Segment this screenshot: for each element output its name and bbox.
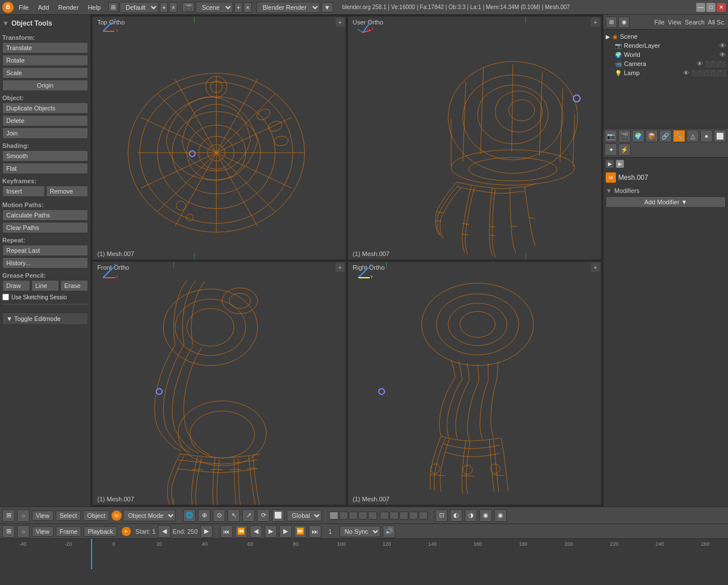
menu-help[interactable]: Help [84, 3, 105, 12]
outliner-allsc-text[interactable]: All Sc. [708, 19, 726, 26]
vp-layers-8[interactable] [399, 512, 408, 520]
prop-scene-btn[interactable]: 🎬 [618, 130, 631, 142]
tl-view-btn[interactable]: View [32, 526, 53, 537]
vp-render-render[interactable]: ◉ [494, 509, 507, 522]
prop-texture-btn[interactable]: ⬜ [714, 130, 726, 142]
vp-corner-front[interactable]: + [336, 263, 345, 272]
add-modifier-btn[interactable]: Add Modifier ▼ [606, 196, 726, 208]
tree-item-camera[interactable]: 📹 Camera 👁 ⬛⬛⬛ [615, 59, 726, 68]
maximize-btn[interactable]: □ [706, 3, 715, 12]
vp-render-tex[interactable]: ◑ [465, 509, 477, 522]
vp-render-mat[interactable]: ◉ [479, 509, 492, 522]
draw-btn[interactable]: Draw [2, 280, 30, 291]
duplicate-btn[interactable]: Duplicate Objects [2, 102, 88, 114]
history-btn[interactable]: History... [2, 257, 88, 269]
menu-render[interactable]: Render [54, 3, 82, 12]
layout-grid-btn[interactable]: ⊞ [108, 2, 118, 12]
menu-file[interactable]: File [15, 3, 33, 12]
transform-orientation-select[interactable]: Global [287, 510, 322, 521]
tl-jump-end[interactable]: ⏭ [309, 525, 321, 538]
vp-tool2[interactable]: ↗ [242, 509, 255, 522]
tl-end-next[interactable]: ▶ [200, 525, 213, 538]
vp-tool3[interactable]: ⟳ [257, 509, 270, 522]
tl-prev-key[interactable]: ◀ [250, 525, 262, 538]
tl-next-frame[interactable]: ⏩ [294, 525, 307, 538]
vp-layers-5[interactable] [368, 512, 377, 520]
tree-item-world[interactable]: 🌍 World 👁 [615, 50, 726, 59]
tl-next-key[interactable]: ▶ [279, 525, 292, 538]
erase-btn[interactable]: Erase [60, 280, 88, 291]
viewport-user-ortho[interactable]: User Ortho + (1) Mesh.007 Z X [348, 16, 602, 260]
prop-data-btn[interactable]: △ [686, 130, 699, 142]
smooth-btn[interactable]: Smooth [2, 150, 88, 162]
workspace-add[interactable]: + [160, 2, 168, 13]
close-btn[interactable]: ✕ [717, 3, 726, 12]
vp-magnet-btn[interactable]: ⊙ [213, 509, 225, 522]
scene-remove[interactable]: × [243, 2, 251, 13]
vp-corner-top[interactable]: + [336, 18, 345, 27]
repeat-last-btn[interactable]: Repeat Last [2, 245, 88, 256]
vp-render-solid[interactable]: ◐ [450, 509, 462, 522]
prop-object-btn[interactable]: 📦 [646, 130, 658, 142]
prop-physics-btn[interactable]: ⚡ [618, 143, 631, 156]
scene-tree-item-scene[interactable]: ▶ ◉ Scene [606, 32, 726, 41]
viewport-right-ortho[interactable]: Right Ortho + (1) Mesh.007 Z Y [348, 261, 602, 505]
vp-globe-btn[interactable]: 🌐 [183, 509, 196, 522]
vp-circle-btn[interactable]: ○ [17, 509, 30, 522]
use-sketching-checkbox[interactable] [2, 294, 9, 300]
tl-jump-start[interactable]: ⏮ [220, 525, 233, 538]
insert-btn[interactable]: Insert [2, 186, 45, 197]
vp-tool1[interactable]: ↖ [228, 509, 240, 522]
toggle-editmode-btn[interactable]: ▼ Toggle Editmode [2, 312, 88, 325]
tl-circle[interactable]: ○ [17, 525, 30, 538]
outliner-view-text[interactable]: View [668, 19, 681, 26]
rotate-btn[interactable]: Rotate [2, 55, 88, 66]
vp-tool4[interactable]: ⬜ [272, 509, 284, 522]
prop-constraints-btn[interactable]: 🔗 [659, 130, 672, 142]
outliner-icon-2[interactable]: ◉ [618, 17, 630, 28]
calculate-paths-btn[interactable]: Calculate Paths [2, 209, 88, 221]
object-menu-btn[interactable]: Object [83, 510, 109, 521]
menu-add[interactable]: Add [34, 3, 53, 12]
vp-corner-right[interactable]: + [591, 263, 600, 272]
vp-layers-6[interactable] [380, 512, 389, 520]
workspace-select[interactable]: Default [119, 2, 159, 13]
vp-layers-4[interactable] [358, 512, 367, 520]
tl-audio-btn[interactable]: 🔊 [383, 525, 395, 538]
tl-play[interactable]: ▶ [264, 525, 277, 538]
clear-paths-btn[interactable]: Clear Paths [2, 222, 88, 233]
tl-start-prev[interactable]: ◀ [158, 525, 171, 538]
delete-btn[interactable]: Delete [2, 115, 88, 126]
tl-frame-btn[interactable]: Frame [56, 526, 82, 537]
vp-layers-3[interactable] [349, 512, 358, 520]
world-vis[interactable]: 👁 [719, 51, 726, 58]
vp-layers-2[interactable] [339, 512, 348, 520]
vp-corner-user[interactable]: + [591, 18, 600, 27]
join-btn[interactable]: Join [2, 127, 88, 139]
vp-layers-10[interactable] [419, 512, 428, 520]
select-menu-btn[interactable]: Select [56, 510, 81, 521]
scene-select[interactable]: Scene [196, 2, 233, 13]
renderlayer-vis[interactable]: 👁 [719, 42, 726, 49]
engine-settings[interactable]: ▼ [321, 2, 333, 13]
workspace-remove[interactable]: × [169, 2, 177, 13]
prop-world-btn[interactable]: 🌍 [632, 130, 644, 142]
scene-add[interactable]: + [234, 2, 242, 13]
prop-material-btn[interactable]: ● [700, 130, 713, 142]
translate-btn[interactable]: Translate [2, 42, 88, 53]
camera-vis[interactable]: 👁 [697, 60, 703, 67]
outliner-search-text[interactable]: Search [682, 19, 707, 26]
vp-layers-9[interactable] [409, 512, 418, 520]
tree-item-renderlayer[interactable]: 📷 RenderLayer 👁 [615, 41, 726, 50]
tl-prev-frame[interactable]: ⏪ [235, 525, 247, 538]
view-menu-btn[interactable]: View [32, 510, 53, 521]
object-mode-select[interactable]: Object Mode [123, 510, 176, 521]
flat-btn[interactable]: Flat [2, 163, 88, 174]
viewport-front-ortho[interactable]: Front Ortho + (1) Mesh.007 Z X [92, 261, 346, 505]
remove-btn[interactable]: Remove [46, 186, 89, 197]
tl-sync-select[interactable]: No Sync [340, 526, 380, 537]
prop-particles-btn[interactable]: ✦ [605, 143, 617, 156]
engine-select[interactable]: Blender Render [257, 2, 320, 13]
minimize-btn[interactable]: — [696, 3, 705, 12]
line-btn[interactable]: Line [31, 280, 59, 291]
